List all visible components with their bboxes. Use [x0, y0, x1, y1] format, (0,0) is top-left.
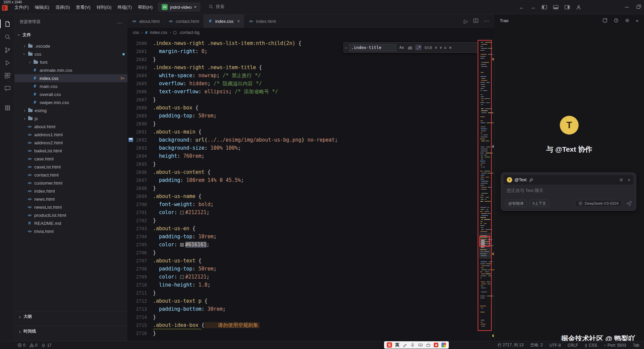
code-line-2710[interactable]: 2710 line-height: 1.8; — [127, 281, 479, 289]
find-previous-button[interactable]: ∧ — [435, 45, 437, 50]
source-control-icon[interactable] — [0, 45, 15, 55]
tree-item-contact.html[interactable]: <>contact.html — [15, 171, 127, 179]
tools-icon[interactable] — [529, 178, 533, 182]
find-input[interactable]: .index-title — [349, 44, 396, 51]
run-preview-button[interactable]: ▷ — [464, 18, 468, 24]
new-chat-icon[interactable] — [602, 18, 608, 23]
code-line-2693[interactable]: 2693 background-size: 100% 100%; — [127, 144, 479, 152]
match-case-button[interactable]: Aa — [398, 45, 405, 50]
model-selector[interactable]: DeepSeek-V3-0324 — [576, 200, 622, 207]
status-item-CRLF[interactable]: CRLF — [568, 343, 578, 348]
code-line-2712[interactable]: 2712.about-us-text p { — [127, 297, 479, 305]
ime-toolbox-icon[interactable] — [426, 343, 431, 347]
code-line-2715[interactable]: 2715.about-idea-box { 请勿使用空规则集 — [127, 321, 479, 329]
code-line-2684[interactable]: 2684 white-space: nowrap; /* 禁止换行 */ — [127, 71, 479, 80]
breadcrumb-file[interactable]: index.css — [150, 30, 167, 35]
chat-close-icon[interactable]: × — [628, 178, 630, 183]
tree-item-about.html[interactable]: <>about.html — [15, 122, 127, 131]
code-line-2707[interactable]: 2707.about-us-text { — [127, 257, 479, 265]
settings-gear-icon[interactable] — [625, 18, 630, 23]
code-line-2713[interactable]: 2713 padding-bottom: 30rem; — [127, 305, 479, 313]
ime-logo-icon[interactable]: S — [387, 342, 392, 348]
tree-item-README.md[interactable]: MREADME.md — [15, 219, 127, 227]
code-line-2709[interactable]: 2709 color: #212121; — [127, 273, 479, 281]
tree-item-case.html[interactable]: <>case.html — [15, 155, 127, 163]
code-line-2706[interactable]: 2706} — [127, 249, 479, 257]
chat-input-card[interactable]: T @Text × 您正在与 Text 聊天 @智能体 #上下文 DeepSee… — [501, 172, 636, 211]
code-editor[interactable]: 2680.index-news-right .news-list-item:nt… — [127, 37, 479, 341]
tree-item-productList.html[interactable]: <>productList.html — [15, 211, 127, 219]
breadcrumb[interactable]: css › # index.css › .contact-bg — [127, 28, 494, 37]
outline-section-header[interactable]: › 大纲 — [15, 311, 127, 322]
code-line-2701[interactable]: 2701 color: #212121; — [127, 208, 479, 216]
ime-pen-icon[interactable] — [402, 343, 407, 347]
tree-item-js[interactable]: ›js — [15, 114, 127, 122]
status-item-空格: 2[interactable]: 空格: 2 — [530, 342, 543, 348]
status-item-行 2717, 列 13[interactable]: 行 2717, 列 13 — [497, 342, 523, 348]
status-item-CSS[interactable]: {}CSS — [585, 343, 597, 348]
code-line-2690[interactable]: 2690} — [127, 120, 479, 128]
tree-item-index.css[interactable]: #index.css9+ — [15, 74, 127, 82]
extensions-icon[interactable] — [0, 70, 15, 81]
panel-close-icon[interactable]: × — [636, 18, 639, 23]
code-line-2705[interactable]: 2705 color: #616161; — [127, 241, 479, 249]
find-widget[interactable]: › .index-title Aa ab .* 9/18 ∧ ∨ ≡ × — [343, 42, 478, 53]
tree-item-animate.min.css[interactable]: #animate.min.css — [15, 66, 127, 74]
overview-ruler[interactable] — [492, 38, 494, 341]
chat-settings-gear-icon[interactable] — [619, 178, 624, 182]
status-item-UTF-8[interactable]: UTF-8 — [549, 343, 561, 348]
code-line-2708[interactable]: 2708 padding-top: 50rem; — [127, 265, 479, 273]
window-restore-button[interactable] — [633, 0, 644, 14]
code-line-2702[interactable]: 2702} — [127, 216, 479, 225]
code-line-2716[interactable]: 2716} — [127, 329, 479, 337]
toggle-sidebar-button[interactable] — [539, 0, 550, 14]
code-line-2698[interactable]: 2698} — [127, 184, 479, 192]
find-close-button[interactable]: × — [449, 45, 451, 50]
code-line-2687[interactable]: 2687} — [127, 96, 479, 104]
notifications-status[interactable]: 17 — [41, 343, 51, 348]
code-line-2703[interactable]: 2703.about-us-en { — [127, 225, 479, 233]
code-line-2689[interactable]: 2689 padding-top: 50rem; — [127, 112, 479, 120]
color-swatch[interactable] — [180, 211, 184, 214]
code-line-2688[interactable]: 2688.about-us-box { — [127, 104, 479, 112]
tree-item-main.css[interactable]: #main.css — [15, 82, 127, 90]
menu-item[interactable]: 选择(S) — [52, 3, 73, 12]
code-line-2714[interactable]: 2714} — [127, 313, 479, 321]
code-line-2700[interactable]: 2700 font-weight: bold; — [127, 200, 479, 208]
history-icon[interactable] — [613, 18, 619, 23]
send-icon[interactable] — [626, 201, 632, 206]
status-item-Tab[interactable]: Tab — [633, 343, 639, 348]
tree-item-overall.css[interactable]: #overall.css — [15, 90, 127, 98]
explorer-icon[interactable] — [0, 19, 15, 29]
agent-tag[interactable]: @智能体 — [505, 200, 527, 207]
tree-item-baikeList.html[interactable]: <>baikeList.html — [15, 147, 127, 155]
ime-language-toggle[interactable]: 英 — [395, 342, 399, 348]
tree-item-address1.html[interactable]: <>address1.html — [15, 131, 127, 139]
toggle-right-panel-button[interactable] — [561, 0, 573, 14]
menu-item[interactable]: 编辑(E) — [32, 3, 52, 12]
breadcrumb-folder[interactable]: css — [133, 30, 139, 35]
gutter-decoration-icon[interactable] — [128, 138, 133, 142]
tab-about.html[interactable]: <>about.html — [127, 14, 164, 28]
context-tag[interactable]: #上下文 — [529, 200, 549, 207]
code-line-2699[interactable]: 2699.about-us-name { — [127, 192, 479, 200]
chat-icon[interactable] — [0, 83, 15, 93]
sidebar-more-button[interactable]: … — [117, 19, 123, 25]
tree-item-swiper.min.css[interactable]: #swiper.min.css — [15, 98, 127, 106]
search-icon[interactable] — [0, 32, 15, 42]
color-swatch[interactable] — [180, 275, 184, 279]
tree-item-customer.html[interactable]: <>customer.html — [15, 179, 127, 187]
tree-item-css[interactable]: ›css — [15, 50, 127, 58]
account-icon[interactable] — [573, 0, 584, 14]
regex-button[interactable]: .* — [415, 45, 422, 50]
run-debug-icon[interactable] — [0, 58, 15, 68]
tree-item-news.html[interactable]: <>news.html — [15, 195, 127, 203]
whole-word-button[interactable]: ab — [407, 45, 413, 50]
find-next-button[interactable]: ∨ — [439, 45, 442, 50]
code-line-2704[interactable]: 2704 padding-top: 10rem; — [127, 233, 479, 241]
menu-item[interactable]: 转到(G) — [94, 3, 115, 12]
code-line-2682[interactable]: 2682} — [127, 55, 479, 63]
code-line-2692[interactable]: 2692 background: url(../../esimg/img/abo… — [127, 136, 479, 144]
color-swatch[interactable] — [180, 243, 184, 247]
menu-item[interactable]: 文件(F) — [11, 3, 32, 12]
